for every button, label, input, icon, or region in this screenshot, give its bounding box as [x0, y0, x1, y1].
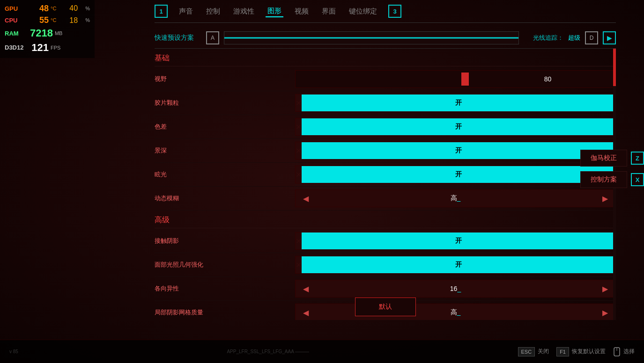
chromatic-toggle[interactable]: 开	[296, 118, 615, 135]
slider-right-arrow[interactable]: ▶	[599, 308, 612, 317]
setting-dof-control[interactable]: 开	[295, 142, 616, 160]
preset-nav-arrow[interactable]: ▶	[603, 31, 616, 44]
fov-slider[interactable]: 80	[296, 71, 615, 87]
preset-key-a[interactable]: A	[206, 31, 219, 44]
d3d-label: D3D12	[5, 44, 28, 52]
slider-right-arrow[interactable]: ▶	[599, 284, 612, 293]
film-grain-toggle[interactable]: 开	[296, 94, 615, 111]
preset-slider[interactable]	[224, 31, 519, 44]
cpu-temp-unit: °C	[51, 17, 56, 24]
slider-left-arrow[interactable]: ◀	[299, 308, 312, 317]
gamma-label[interactable]: 伽马校正	[580, 150, 627, 167]
gpu-label: GPU	[5, 5, 28, 13]
close-action[interactable]: ESC 关闭	[518, 347, 549, 356]
setting-contact-shadows-name: 接触阴影	[155, 237, 295, 245]
tab-control[interactable]: 控制	[204, 6, 222, 17]
cpu-label: CPU	[5, 16, 28, 25]
tab-sound[interactable]: 声音	[177, 6, 195, 17]
default-btn-container: 默认	[355, 298, 416, 316]
toggle-on-right: 开	[302, 94, 615, 111]
control-scheme-key: X	[631, 173, 644, 186]
anisotropy-slider[interactable]: ◀ 16 ▶	[296, 280, 615, 297]
gpu-percent-value: 40	[69, 3, 83, 14]
lens-flare-toggle[interactable]: 开	[296, 166, 615, 183]
version-text: v 85	[9, 349, 18, 354]
section-advanced-header: 高级	[155, 211, 616, 228]
toggle-on: 开	[302, 232, 615, 249]
bottom-right: ESC 关闭 F1 恢复默认设置 选择	[518, 347, 635, 356]
dof-toggle[interactable]: 开	[296, 142, 615, 159]
gamma-btn[interactable]: 伽马校正 Z	[580, 150, 644, 167]
ram-row: RAM 7218 MB	[5, 26, 90, 41]
setting-film-grain: 胶片颗粒 开	[155, 91, 616, 115]
toggle-on: 开	[302, 142, 615, 159]
setting-chromatic: 色差 开	[155, 115, 616, 139]
raytracing-value: 超级	[568, 34, 580, 42]
setting-motion-blur-control[interactable]: ◀ 高 ▶	[295, 189, 616, 207]
restore-action[interactable]: F1 恢复默认设置	[556, 347, 606, 356]
toggle-off-left	[296, 94, 302, 111]
setting-contact-shadows: 接触阴影 开	[155, 229, 616, 253]
anisotropy-value: 16	[312, 285, 599, 292]
tab-gameplay[interactable]: 游戏性	[231, 6, 256, 17]
contact-shadows-toggle[interactable]: 开	[296, 232, 615, 249]
tab-interface[interactable]: 界面	[320, 6, 338, 17]
setting-film-grain-name: 胶片颗粒	[155, 99, 295, 107]
slider-left-arrow[interactable]: ◀	[299, 194, 312, 203]
tab-video[interactable]: 视频	[293, 6, 311, 17]
setting-film-grain-control[interactable]: 开	[295, 94, 616, 112]
ram-unit: MB	[55, 30, 63, 37]
restore-label: 恢复默认设置	[572, 348, 606, 356]
toggle-off	[296, 166, 302, 183]
setting-fov-control[interactable]: 80	[295, 70, 616, 88]
motion-blur-slider[interactable]: ◀ 高 ▶	[296, 190, 615, 207]
nav-left-key[interactable]: 1	[155, 5, 168, 18]
right-buttons: 伽马校正 Z 控制方案 X	[580, 150, 644, 188]
gamma-key: Z	[631, 152, 644, 165]
face-geo-toggle[interactable]: 开	[296, 256, 615, 273]
control-scheme-label[interactable]: 控制方案	[580, 171, 627, 188]
fps-value: 121	[30, 41, 49, 55]
setting-lens-flare-control[interactable]: 开	[295, 166, 616, 183]
setting-dof-name: 景深	[155, 146, 295, 155]
preset-slider-bar	[224, 37, 518, 39]
hud-panel: GPU 48 °C 40 % CPU 55 °C 18 % RAM 7218 M…	[0, 0, 95, 58]
scroll-thumb[interactable]	[613, 49, 616, 86]
toggle-on: 开	[302, 166, 615, 183]
gpu-row: GPU 48 °C 40 %	[5, 3, 90, 15]
setting-face-geo-name: 面部光照几何强化	[155, 261, 295, 269]
fov-thumb	[461, 73, 469, 86]
setting-face-geo: 面部光照几何强化 开	[155, 253, 616, 277]
bottom-bar: v 85 APP_LFR_SSL_LFS_LFG_AAA ——— ESC 关闭 …	[0, 340, 644, 363]
toggle-off	[296, 256, 302, 273]
restore-key[interactable]: F1	[556, 347, 569, 356]
setting-contact-shadows-control[interactable]: 开	[295, 232, 616, 250]
shadow-mesh-slider[interactable]: ◀ 高 ▶	[296, 304, 615, 320]
setting-shadow-mesh-quality-control[interactable]: ◀ 高 ▶	[295, 304, 616, 320]
setting-anisotropy-control[interactable]: ◀ 16 ▶	[295, 280, 616, 298]
toggle-off	[296, 142, 302, 159]
bottom-bar-left: v 85	[9, 349, 18, 354]
slider-left-arrow[interactable]: ◀	[299, 284, 312, 293]
slider-right-arrow[interactable]: ▶	[599, 194, 612, 203]
default-button[interactable]: 默认	[355, 298, 416, 316]
tab-keybind[interactable]: 键位绑定	[347, 6, 379, 17]
preset-key-d[interactable]: D	[585, 31, 598, 44]
top-nav: 1 声音 控制 游戏性 图形 视频 界面 键位绑定 3	[155, 0, 616, 23]
fov-track: 80	[296, 71, 615, 87]
fps-row: D3D12 121 FPS	[5, 41, 90, 55]
raytracing-label: 光线追踪：	[533, 34, 563, 42]
select-action: 选择	[613, 347, 635, 356]
control-scheme-btn[interactable]: 控制方案 X	[580, 171, 644, 188]
setting-fov-name: 视野	[155, 75, 295, 83]
toggle-off	[296, 232, 302, 249]
select-label: 选择	[623, 348, 635, 356]
setting-lens-flare: 眩光 开	[155, 163, 616, 187]
nav-right-key[interactable]: 3	[388, 5, 401, 18]
tab-graphics[interactable]: 图形	[266, 6, 283, 17]
quick-preset-label: 快速预设方案	[155, 34, 201, 42]
setting-face-geo-control[interactable]: 开	[295, 256, 616, 274]
ram-value: 7218	[30, 26, 53, 41]
close-key[interactable]: ESC	[518, 347, 535, 356]
setting-chromatic-control[interactable]: 开	[295, 118, 616, 136]
